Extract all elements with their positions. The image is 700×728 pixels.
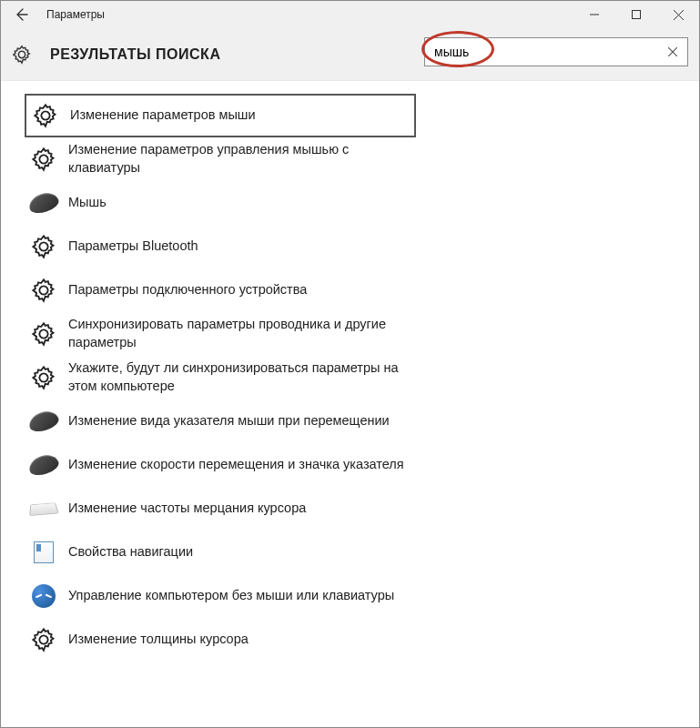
search-result-item[interactable]: Изменение толщины курсора bbox=[25, 618, 416, 662]
search-result-item[interactable]: Изменение вида указателя мыши при переме… bbox=[25, 399, 416, 443]
search-result-item[interactable]: Параметры подключенного устройства bbox=[25, 268, 416, 312]
maximize-button[interactable] bbox=[615, 1, 657, 28]
keyboard-icon bbox=[30, 495, 57, 522]
close-icon bbox=[674, 10, 684, 20]
window-title: Параметры bbox=[46, 8, 105, 21]
result-label: Изменение скорости перемещения и значка … bbox=[68, 456, 404, 474]
settings-icon bbox=[12, 45, 32, 65]
navigation-icon bbox=[30, 539, 57, 566]
gear-icon bbox=[30, 626, 57, 653]
result-label: Свойства навигации bbox=[68, 543, 193, 561]
close-button[interactable] bbox=[657, 1, 699, 28]
gear-icon bbox=[30, 364, 57, 391]
minimize-icon bbox=[590, 10, 599, 19]
mouse-icon bbox=[30, 451, 57, 479]
ease-of-access-icon bbox=[30, 582, 57, 610]
gear-icon bbox=[32, 102, 59, 129]
result-label: Синхронизировать параметры проводника и … bbox=[68, 316, 405, 351]
search-result-item[interactable]: Синхронизировать параметры проводника и … bbox=[25, 312, 416, 356]
result-label: Изменение частоты мерцания курсора bbox=[68, 500, 306, 518]
search-result-item[interactable]: Укажите, будут ли синхронизироваться пар… bbox=[25, 356, 416, 399]
result-label: Изменение параметров управления мышью с … bbox=[68, 141, 405, 177]
page-title: РЕЗУЛЬТАТЫ ПОИСКА bbox=[50, 46, 220, 63]
search-result-item[interactable]: Мышь bbox=[25, 181, 416, 225]
result-label: Изменение параметров мыши bbox=[70, 106, 256, 125]
clear-search-button[interactable] bbox=[658, 37, 687, 66]
gear-icon bbox=[30, 233, 57, 260]
search-results: Изменение параметров мышиИзменение парам… bbox=[1, 81, 699, 674]
svg-rect-1 bbox=[633, 11, 641, 19]
search-result-item[interactable]: Изменение параметров мыши bbox=[25, 94, 416, 137]
x-icon bbox=[668, 47, 677, 56]
search-result-item[interactable]: Свойства навигации bbox=[25, 531, 416, 574]
result-label: Изменение вида указателя мыши при переме… bbox=[68, 412, 390, 430]
search-result-item[interactable]: Изменение частоты мерцания курсора bbox=[25, 487, 416, 531]
result-label: Укажите, будут ли синхронизироваться пар… bbox=[68, 359, 405, 395]
arrow-left-icon bbox=[14, 7, 28, 22]
search-input[interactable] bbox=[425, 38, 658, 66]
maximize-icon bbox=[632, 10, 641, 19]
result-label: Изменение толщины курсора bbox=[68, 631, 249, 649]
search-box[interactable] bbox=[424, 37, 688, 66]
search-result-item[interactable]: Параметры Bluetooth bbox=[25, 225, 416, 268]
search-result-item[interactable]: Изменение скорости перемещения и значка … bbox=[25, 443, 416, 487]
search-result-item[interactable]: Управление компьютером без мыши или клав… bbox=[25, 574, 416, 618]
mouse-icon bbox=[30, 189, 57, 217]
title-bar: Параметры bbox=[1, 1, 699, 28]
result-label: Параметры Bluetooth bbox=[68, 238, 198, 256]
search-result-item[interactable]: Изменение параметров управления мышью с … bbox=[25, 137, 416, 181]
gear-icon bbox=[30, 146, 57, 173]
back-button[interactable] bbox=[1, 1, 41, 28]
page-header: РЕЗУЛЬТАТЫ ПОИСКА bbox=[1, 28, 699, 81]
gear-icon bbox=[30, 320, 57, 348]
minimize-button[interactable] bbox=[573, 1, 615, 28]
gear-icon bbox=[30, 277, 57, 304]
result-label: Параметры подключенного устройства bbox=[68, 281, 307, 299]
mouse-icon bbox=[30, 408, 57, 435]
result-label: Управление компьютером без мыши или клав… bbox=[68, 587, 394, 605]
window-controls bbox=[573, 1, 699, 28]
result-label: Мышь bbox=[68, 194, 107, 212]
